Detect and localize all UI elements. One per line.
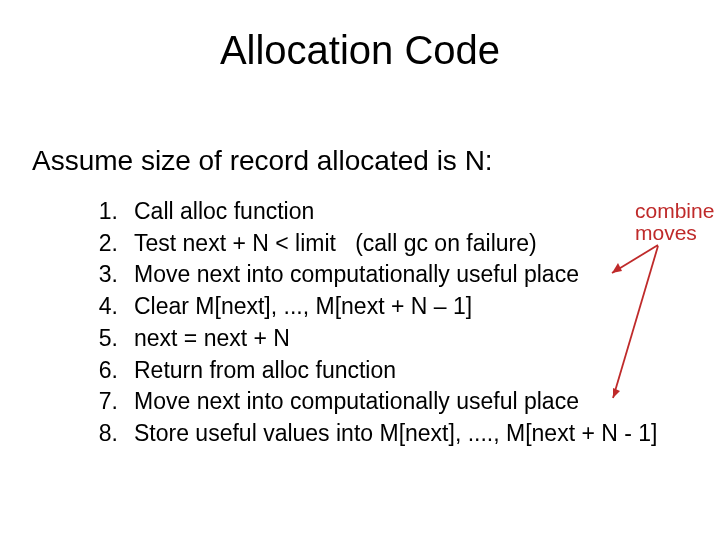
step-text: Return from alloc function: [134, 355, 396, 387]
step-number: 3.: [70, 259, 134, 291]
step-number: 6.: [70, 355, 134, 387]
list-item: 5. next = next + N: [70, 323, 657, 355]
annotation-line1: combine: [635, 199, 714, 222]
step-text: Store useful values into M[next], ...., …: [134, 418, 657, 450]
slide-title: Allocation Code: [0, 28, 720, 73]
list-item: 2. Test next + N < limit (call gc on fai…: [70, 228, 657, 260]
intro-text: Assume size of record allocated is N:: [32, 145, 493, 177]
step-text: next = next + N: [134, 323, 290, 355]
step-number: 7.: [70, 386, 134, 418]
list-item: 1. Call alloc function: [70, 196, 657, 228]
step-number: 2.: [70, 228, 134, 260]
list-item: 8. Store useful values into M[next], ...…: [70, 418, 657, 450]
slide: Allocation Code Assume size of record al…: [0, 0, 720, 540]
list-item: 3. Move next into computationally useful…: [70, 259, 657, 291]
steps-list: 1. Call alloc function 2. Test next + N …: [70, 196, 657, 450]
list-item: 4. Clear M[next], ..., M[next + N – 1]: [70, 291, 657, 323]
step-text: Call alloc function: [134, 196, 314, 228]
annotation-line2: moves: [635, 221, 697, 244]
step-text: Move next into computationally useful pl…: [134, 386, 579, 418]
step-number: 5.: [70, 323, 134, 355]
list-item: 6. Return from alloc function: [70, 355, 657, 387]
annotation-label: combine moves: [635, 200, 714, 244]
step-text: Clear M[next], ..., M[next + N – 1]: [134, 291, 472, 323]
step-text: Move next into computationally useful pl…: [134, 259, 579, 291]
step-number: 4.: [70, 291, 134, 323]
step-number: 1.: [70, 196, 134, 228]
list-item: 7. Move next into computationally useful…: [70, 386, 657, 418]
step-text: Test next + N < limit (call gc on failur…: [134, 228, 537, 260]
step-number: 8.: [70, 418, 134, 450]
